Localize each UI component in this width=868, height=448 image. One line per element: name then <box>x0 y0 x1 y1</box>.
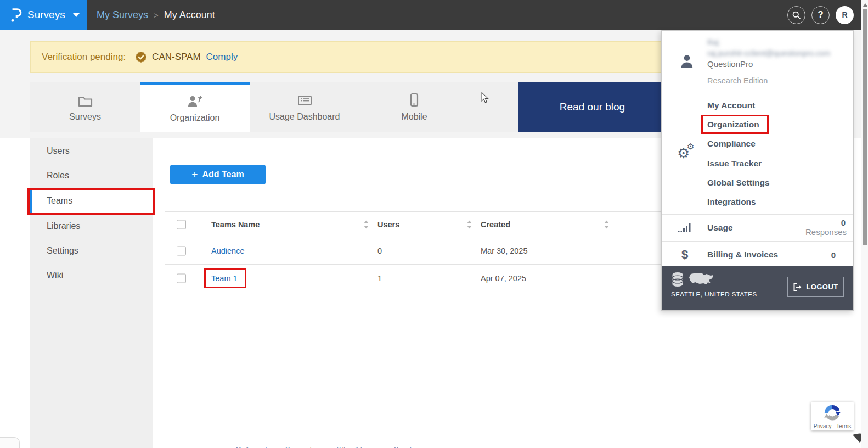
sidebar-item-roles[interactable]: Roles <box>30 163 153 188</box>
footer-link[interactable]: Organization <box>285 446 319 448</box>
usage-bars-icon <box>678 223 691 233</box>
team-users-count: 1 <box>377 274 382 283</box>
organization-sidebar: Users Roles Teams Libraries Settings Wik… <box>30 138 153 448</box>
comply-link[interactable]: Comply <box>206 52 238 63</box>
scrollbar-up-arrow[interactable] <box>863 3 867 7</box>
sidebar-item-wiki[interactable]: Wiki <box>30 263 153 288</box>
team-users-count: 0 <box>377 247 382 255</box>
user-avatar[interactable]: R <box>836 6 854 24</box>
account-user-section: Raj raj.purohit-cclient@questionpro.com … <box>662 31 853 94</box>
breadcrumb-my-surveys[interactable]: My Surveys <box>97 9 148 21</box>
logout-button[interactable]: LOGOUT <box>787 277 844 297</box>
sidebar-item-libraries[interactable]: Libraries <box>30 214 153 238</box>
billing-row[interactable]: $ Billing & Invoices 0 <box>662 242 853 268</box>
team-link-audience[interactable]: Audience <box>211 247 244 255</box>
footer-link[interactable]: My Account <box>236 446 267 448</box>
tab-mobile[interactable]: Mobile <box>359 82 469 132</box>
page-footer-links: My Account Organization Billing & Invoic… <box>0 446 868 448</box>
menu-item-global-settings[interactable]: Global Settings <box>707 178 770 188</box>
account-name: Raj <box>707 38 719 47</box>
billing-value: 0 <box>831 250 836 260</box>
sidebar-label: Libraries <box>47 221 80 231</box>
tab-organization[interactable]: Organization <box>140 82 250 132</box>
sort-icon[interactable] <box>604 220 609 228</box>
verification-pending-label: Verification pending: <box>42 52 126 63</box>
row-checkbox[interactable] <box>177 246 186 255</box>
vertical-scrollbar[interactable] <box>861 0 868 448</box>
sort-icon[interactable] <box>467 220 472 228</box>
help-button[interactable]: ? <box>811 6 830 24</box>
recaptcha-privacy-terms[interactable]: Privacy - Terms <box>811 423 854 429</box>
usage-label: Usage <box>707 223 733 233</box>
usa-map-icon <box>689 273 714 287</box>
team-created-date: Mar 30, 2025 <box>481 247 527 255</box>
breadcrumb: My Surveys > My Account <box>97 0 215 30</box>
tab-usage-dashboard[interactable]: Usage Dashboard <box>250 82 359 132</box>
menu-item-integrations[interactable]: Integrations <box>707 197 756 207</box>
person-icon <box>680 54 694 69</box>
read-our-blog-button[interactable]: Read our blog <box>518 82 667 132</box>
top-bar: Surveys My Surveys > My Account ? R <box>0 0 868 30</box>
account-org: QuestionPro <box>707 59 753 69</box>
scrollbar-thumb[interactable] <box>863 9 867 245</box>
folder-icon <box>78 93 93 107</box>
organization-people-icon <box>187 94 203 108</box>
billing-label: Billing & Invoices <box>707 250 778 260</box>
tab-label: Usage Dashboard <box>269 112 340 122</box>
menu-item-compliance[interactable]: Compliance <box>707 139 756 149</box>
datacenter-icons <box>671 272 714 287</box>
column-header-created[interactable]: Created <box>481 220 510 229</box>
blog-button-label: Read our blog <box>560 101 625 113</box>
team-created-date: Apr 07, 2025 <box>481 274 526 283</box>
product-label: Surveys <box>27 9 65 21</box>
recaptcha-badge[interactable]: Privacy - Terms <box>811 402 854 430</box>
avatar-initial: R <box>842 10 847 19</box>
sidebar-item-users[interactable]: Users <box>30 138 153 163</box>
sidebar-label: Wiki <box>47 271 63 281</box>
plus-icon: + <box>191 169 198 181</box>
account-edition: Research Edition <box>707 76 768 85</box>
mobile-phone-icon <box>410 93 419 107</box>
add-team-label: Add Team <box>202 170 244 180</box>
footer-link[interactable]: Billing & Invoices <box>337 446 382 448</box>
product-switcher[interactable]: Surveys <box>0 0 87 30</box>
account-email: raj.purohit-cclient@questionpro.com <box>707 49 830 58</box>
sort-icon[interactable] <box>364 220 369 228</box>
sidebar-item-teams[interactable]: Teams <box>30 188 153 214</box>
dashboard-list-icon <box>297 93 312 107</box>
usage-value: 0 <box>841 218 846 227</box>
menu-item-issue-tracker[interactable]: Issue Tracker <box>707 159 762 169</box>
can-spam-label: CAN-SPAM <box>152 52 200 63</box>
breadcrumb-current: My Account <box>164 9 215 21</box>
breadcrumb-separator: > <box>154 10 159 20</box>
footer-link[interactable]: Compliance <box>394 446 426 448</box>
questionpro-logo-icon <box>10 7 22 23</box>
top-bar-actions: ? R <box>787 0 854 30</box>
sidebar-label: Users <box>47 146 70 156</box>
account-dropdown-panel: Raj raj.purohit-cclient@questionpro.com … <box>661 30 854 311</box>
search-button[interactable] <box>787 6 805 24</box>
team-link-team-1[interactable]: Team 1 <box>211 274 238 283</box>
row-checkbox[interactable] <box>177 273 186 283</box>
column-header-teams-name[interactable]: Teams Name <box>211 220 260 229</box>
chevron-down-icon <box>73 13 80 17</box>
corner-widget <box>0 437 20 448</box>
tab-surveys[interactable]: Surveys <box>30 82 140 132</box>
add-team-button[interactable]: + Add Team <box>170 165 266 184</box>
dollar-icon: $ <box>681 248 688 262</box>
datacenter-location: SEATTLE, UNITED STATES <box>671 291 757 298</box>
logout-icon <box>793 283 802 292</box>
tab-label: Surveys <box>69 112 101 122</box>
verification-banner: Verification pending: CAN-SPAM Comply <box>30 41 661 73</box>
account-panel-footer: SEATTLE, UNITED STATES LOGOUT <box>662 266 853 310</box>
column-header-users[interactable]: Users <box>377 220 399 229</box>
sidebar-item-settings[interactable]: Settings <box>30 238 153 263</box>
recaptcha-icon <box>823 404 842 422</box>
usage-unit: Responses <box>805 227 847 237</box>
select-all-checkbox[interactable] <box>177 220 186 229</box>
usage-row[interactable]: Usage 0 Responses <box>662 215 853 241</box>
sidebar-label: Roles <box>47 171 69 181</box>
menu-item-my-account[interactable]: My Account <box>707 100 755 110</box>
menu-item-organization[interactable]: Organization <box>707 120 759 130</box>
certified-badge-icon <box>134 51 148 64</box>
